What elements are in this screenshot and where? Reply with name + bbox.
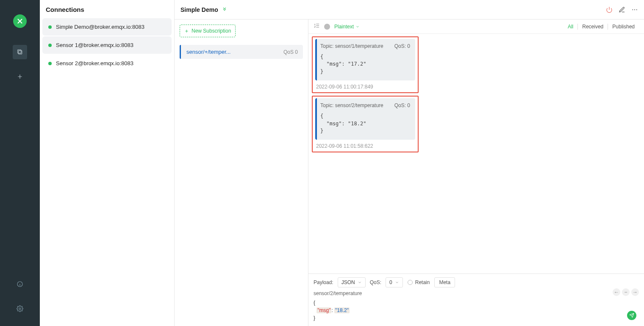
subscription-qos: QoS 0 (283, 49, 298, 55)
new-subscription-button[interactable]: New Subscription (180, 25, 236, 37)
app-rail (0, 0, 40, 326)
message-filters: All Received Published (564, 24, 639, 30)
nav-add-icon[interactable] (13, 69, 27, 84)
status-dot-icon (48, 25, 52, 29)
nav-settings-icon[interactable] (13, 301, 27, 316)
message-color-bar (315, 39, 317, 80)
message-card[interactable]: Topic: sensor/2/temperature QoS: 0 { "ms… (315, 98, 415, 140)
connection-title: Simple Demo (180, 6, 218, 13)
nav-connections-icon[interactable] (13, 45, 27, 59)
history-forward-icon[interactable]: → (631, 288, 639, 296)
subscription-item[interactable]: sensor/+/temper... QoS 0 (180, 45, 303, 59)
filter-published[interactable]: Published (608, 24, 639, 30)
power-icon[interactable] (606, 6, 613, 13)
message-topic: Topic: sensor/2/temperature (320, 102, 383, 108)
app-logo (13, 14, 27, 28)
status-dot-icon (48, 44, 52, 47)
publish-panel: Payload: JSON QoS: 0 Retain Meta (308, 274, 644, 326)
new-subscription-label: New Subscription (192, 28, 231, 34)
retain-radio-icon (408, 280, 413, 285)
message-color-bar (315, 98, 317, 140)
message-timestamp: 2022-09-06 11:01:58:622 (316, 143, 415, 149)
connection-header: Simple Demo (175, 0, 644, 19)
svg-point-6 (636, 9, 637, 10)
subscriptions-panel: New Subscription sensor/+/temper... QoS … (175, 19, 308, 326)
publish-body-editor[interactable]: { "msg": "18.2" } (314, 299, 639, 322)
svg-rect-1 (18, 50, 21, 53)
nav-info-icon[interactable] (13, 277, 27, 291)
edit-icon[interactable] (619, 6, 625, 13)
svg-point-3 (19, 308, 21, 309)
retain-toggle[interactable]: Retain (407, 277, 430, 287)
sidebar-title: Connections (40, 0, 174, 18)
connections-sidebar: Connections Simple Demo@broker.emqx.io:8… (40, 0, 175, 326)
status-dot-icon (48, 62, 52, 65)
send-button[interactable] (627, 311, 636, 320)
svg-rect-0 (19, 51, 22, 54)
more-icon[interactable] (631, 6, 638, 13)
message-body: { "msg": "18.2" } (320, 113, 410, 135)
connection-item[interactable]: Sensor 2@broker.emqx.io:8083 (42, 55, 172, 72)
subscription-color-bar (180, 45, 181, 59)
payload-label: Payload: (314, 279, 333, 285)
qos-label: QoS: (370, 279, 381, 285)
message-timestamp: 2022-09-06 11:00:17:849 (316, 84, 415, 90)
connection-item[interactable]: Simple Demo@broker.emqx.io:8083 (42, 18, 172, 36)
svg-point-5 (634, 9, 635, 10)
meta-button[interactable]: Meta (434, 277, 455, 287)
main-panel: Simple Demo New Subscription se (175, 0, 644, 326)
connection-label: Sensor 1@broker.emqx.io:8083 (56, 42, 133, 48)
message-qos: QoS: 0 (394, 43, 410, 49)
filter-received[interactable]: Received (577, 24, 608, 30)
client-avatar-icon (324, 24, 330, 30)
message-topic: Topic: sensor/1/temperature (320, 43, 383, 49)
message-body: { "msg": "17.2" } (320, 53, 410, 75)
history-minus-icon[interactable]: − (622, 288, 630, 296)
messages-toolbar: Plaintext All Received Published (308, 19, 644, 34)
qos-select[interactable]: 0 (386, 277, 403, 287)
history-back-icon[interactable]: ← (613, 288, 620, 296)
payload-type-select[interactable]: JSON (338, 277, 366, 287)
messages-panel: Plaintext All Received Published Topic: … (308, 19, 644, 326)
filter-all[interactable]: All (564, 24, 577, 30)
list-order-icon[interactable] (314, 22, 320, 30)
connection-label: Simple Demo@broker.emqx.io:8083 (56, 24, 144, 30)
message-list: Topic: sensor/1/temperature QoS: 0 { "ms… (308, 34, 644, 274)
connection-item[interactable]: Sensor 1@broker.emqx.io:8083 (42, 36, 172, 54)
collapse-icon[interactable] (222, 6, 228, 14)
message-highlight: Topic: sensor/2/temperature QoS: 0 { "ms… (312, 96, 419, 152)
message-qos: QoS: 0 (394, 102, 410, 108)
publish-topic[interactable]: sensor/2/temperature (314, 290, 639, 296)
connection-label: Sensor 2@broker.emqx.io:8083 (56, 60, 133, 66)
subscription-topic: sensor/+/temper... (186, 49, 280, 55)
payload-format-select[interactable]: Plaintext (334, 24, 360, 30)
message-card[interactable]: Topic: sensor/1/temperature QoS: 0 { "ms… (315, 39, 415, 80)
message-highlight: Topic: sensor/1/temperature QoS: 0 { "ms… (312, 36, 419, 93)
svg-point-4 (632, 9, 633, 10)
